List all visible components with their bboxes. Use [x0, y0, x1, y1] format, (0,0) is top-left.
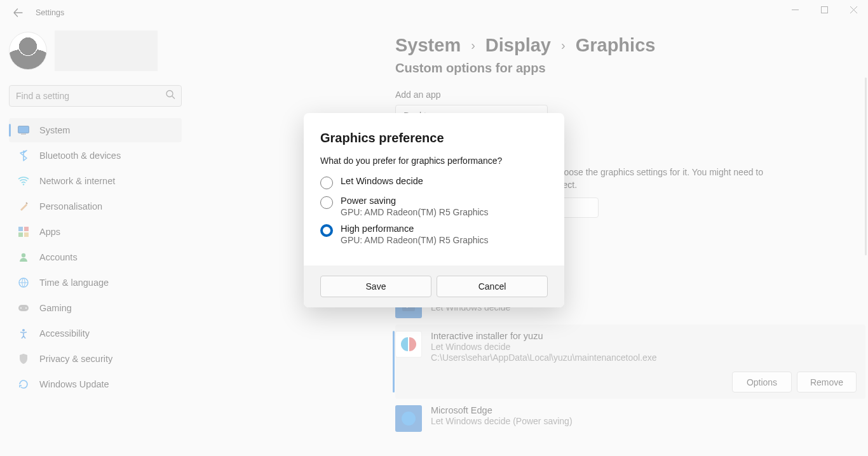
nav: System Bluetooth & devices Network & int… — [9, 118, 182, 396]
cancel-button[interactable]: Cancel — [437, 276, 548, 297]
svg-rect-8 — [24, 232, 29, 237]
nav-label: Accessibility — [39, 328, 90, 339]
app-name: Microsoft Edge — [431, 405, 573, 415]
nav-label: Apps — [39, 227, 60, 237]
svg-point-20 — [402, 412, 416, 426]
radio-sub: GPU: AMD Radeon(TM) R5 Graphics — [341, 235, 489, 245]
chevron-right-icon: › — [561, 38, 566, 53]
shield-icon — [18, 353, 29, 365]
app-title: Settings — [36, 8, 64, 17]
wifi-icon — [18, 175, 29, 187]
dialog-question: What do you prefer for graphics performa… — [320, 156, 548, 166]
back-arrow-icon — [13, 8, 23, 18]
scrollbar[interactable] — [865, 77, 867, 255]
nav-label: Time & language — [39, 278, 109, 288]
page-subtitle: Custom options for apps — [395, 61, 865, 76]
search-icon — [166, 90, 175, 102]
nav-apps[interactable]: Apps — [9, 220, 182, 244]
chevron-right-icon: › — [471, 38, 475, 53]
nav-label: System — [39, 125, 70, 135]
radio-icon — [320, 196, 333, 209]
nav-label: Accounts — [39, 252, 78, 262]
nav-accounts[interactable]: Accounts — [9, 245, 182, 269]
app-row-yuzu[interactable]: Interactive installer for yuzu Let Windo… — [395, 325, 865, 399]
edge-app-icon — [395, 405, 422, 432]
radio-let-windows-decide[interactable]: Let Windows decide — [320, 176, 548, 189]
nav-system[interactable]: System — [9, 118, 182, 142]
options-button-label: Options — [747, 377, 777, 387]
radio-icon-checked — [320, 224, 333, 237]
cancel-button-label: Cancel — [478, 281, 506, 292]
svg-point-9 — [22, 253, 25, 257]
radio-icon — [320, 177, 333, 189]
profile-area[interactable] — [9, 30, 182, 71]
svg-rect-5 — [18, 227, 23, 231]
nav-label: Privacy & security — [39, 354, 112, 364]
app-name: Interactive installer for yuzu — [431, 331, 657, 341]
nav-label: Network & internet — [39, 176, 115, 186]
sidebar-search-input[interactable] — [9, 85, 182, 107]
breadcrumb: System › Display › Graphics — [395, 35, 865, 56]
graphics-preference-dialog: Graphics preference What do you prefer f… — [304, 113, 564, 307]
settings-window: Settings System Bluetooth & devices — [0, 0, 868, 456]
radio-power-saving[interactable]: Power saving GPU: AMD Radeon(TM) R5 Grap… — [320, 196, 548, 217]
svg-rect-7 — [18, 232, 23, 237]
radio-label: High performance — [341, 224, 489, 234]
yuzu-app-icon — [395, 331, 422, 358]
nav-windows-update[interactable]: Windows Update — [9, 372, 182, 396]
radio-sub: GPU: AMD Radeon(TM) R5 Graphics — [341, 207, 489, 217]
sidebar: System Bluetooth & devices Network & int… — [9, 30, 182, 396]
gamepad-icon — [18, 302, 29, 314]
dialog-title: Graphics preference — [320, 131, 548, 145]
globe-icon — [18, 277, 29, 288]
nav-personalisation[interactable]: Personalisation — [9, 194, 182, 218]
svg-rect-6 — [24, 227, 29, 231]
bluetooth-icon — [18, 150, 29, 161]
svg-rect-3 — [21, 134, 26, 135]
svg-point-4 — [23, 184, 24, 185]
options-button[interactable]: Options — [732, 372, 792, 392]
svg-point-12 — [20, 307, 22, 309]
brush-icon — [18, 201, 29, 212]
save-button[interactable]: Save — [320, 276, 431, 297]
remove-button-label: Remove — [810, 377, 843, 387]
svg-rect-11 — [18, 305, 29, 311]
back-button[interactable] — [11, 6, 24, 19]
app-actions: Options Remove — [395, 372, 857, 392]
breadcrumb-display[interactable]: Display — [485, 35, 551, 56]
svg-point-14 — [22, 329, 25, 332]
nav-label: Personalisation — [39, 201, 102, 211]
app-sub: Let Windows decide (Power saving) — [431, 416, 573, 426]
app-path: C:\Users\sehar\AppData\Local\yuzu\mainte… — [431, 352, 657, 363]
profile-name-redacted — [55, 30, 158, 71]
nav-privacy[interactable]: Privacy & security — [9, 347, 182, 371]
sidebar-search — [9, 85, 182, 107]
nav-gaming[interactable]: Gaming — [9, 296, 182, 320]
svg-point-1 — [166, 91, 173, 97]
avatar — [9, 32, 47, 70]
breadcrumb-system[interactable]: System — [395, 35, 461, 56]
accessibility-icon — [18, 328, 29, 339]
nav-bluetooth[interactable]: Bluetooth & devices — [9, 144, 182, 168]
radio-high-performance[interactable]: High performance GPU: AMD Radeon(TM) R5 … — [320, 224, 548, 245]
nav-label: Bluetooth & devices — [39, 151, 121, 161]
breadcrumb-graphics: Graphics — [576, 35, 656, 56]
svg-rect-2 — [18, 126, 29, 133]
apps-icon — [18, 226, 29, 238]
app-sub: Let Windows decide — [431, 342, 657, 352]
nav-label: Gaming — [39, 303, 72, 313]
remove-button[interactable]: Remove — [797, 372, 857, 392]
app-row-edge[interactable]: Microsoft Edge Let Windows decide (Power… — [395, 399, 865, 438]
nav-label: Windows Update — [39, 379, 109, 389]
save-button-label: Save — [366, 281, 386, 292]
nav-time-language[interactable]: Time & language — [9, 271, 182, 295]
nav-network[interactable]: Network & internet — [9, 169, 182, 193]
system-icon — [18, 124, 29, 136]
svg-point-13 — [25, 307, 27, 309]
dialog-footer: Save Cancel — [304, 265, 564, 307]
nav-accessibility[interactable]: Accessibility — [9, 321, 182, 345]
person-icon — [18, 251, 29, 263]
radio-label: Let Windows decide — [341, 176, 423, 186]
radio-label: Power saving — [341, 196, 489, 206]
add-app-label: Add an app — [395, 90, 865, 100]
